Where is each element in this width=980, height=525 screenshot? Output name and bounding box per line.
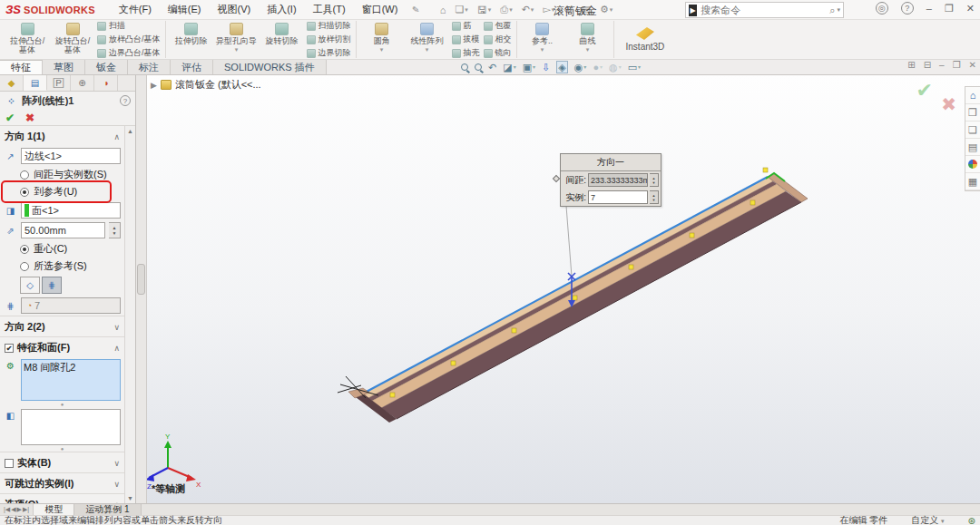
centroid-radio-icon[interactable] xyxy=(20,245,29,254)
up-to-reference-radio[interactable]: 到参考(U) xyxy=(0,183,124,200)
pattern-feature-item[interactable]: M8 间隙孔2 xyxy=(24,361,118,374)
undo-icon[interactable]: ↶▾ xyxy=(522,4,534,15)
units-selector[interactable]: 自定义 ▾ xyxy=(911,514,944,525)
features-faces-header[interactable]: 特征和面(F) ∧ xyxy=(0,336,124,357)
wrap-button[interactable]: 包覆 xyxy=(484,20,512,32)
spacing-reference-toggle[interactable]: ⋕ xyxy=(42,277,62,294)
features-faces-checkbox[interactable] xyxy=(5,344,14,353)
taskpane-properties-icon[interactable]: ▦ xyxy=(965,173,980,190)
curves-button[interactable]: 曲线 ▾ xyxy=(567,21,609,59)
pm-help-icon[interactable]: ? xyxy=(120,95,131,106)
scroll-down-icon[interactable]: ▼ xyxy=(127,495,133,501)
revolved-boss-button[interactable]: 旋转凸台/基体 xyxy=(52,21,93,59)
revolved-cut-button[interactable]: 旋转切除 xyxy=(261,21,303,59)
features-faces-collapse-icon[interactable]: ∧ xyxy=(113,344,120,353)
mirror-button[interactable]: 镜向 xyxy=(484,47,512,59)
tab-scroll-last-icon[interactable]: ▶| xyxy=(23,506,29,513)
tab-scroll-prev-icon[interactable]: ◀ xyxy=(11,506,15,513)
zoom-area-icon[interactable] xyxy=(475,63,482,71)
lofted-cut-button[interactable]: 放样切割 xyxy=(307,34,351,45)
isometric-cube-icon[interactable]: ◈ xyxy=(556,61,567,73)
menu-insert[interactable]: 插入(I) xyxy=(260,1,303,18)
taskpane-home-icon[interactable]: ⌂ xyxy=(965,87,980,104)
bodies-header[interactable]: 实体(B) ∨ xyxy=(0,452,124,472)
pane-split-left-icon[interactable]: ⊞ xyxy=(907,60,915,70)
hole-wizard-caret-icon[interactable]: ▾ xyxy=(235,45,239,54)
minimize-icon[interactable]: – xyxy=(926,3,932,14)
centroid-radio[interactable]: 重心(C) xyxy=(0,240,124,258)
section-view-icon[interactable]: ◪▾ xyxy=(503,62,515,73)
pm-cancel-button[interactable]: ✖ xyxy=(25,112,34,124)
pm-scrollbar[interactable]: ▲ ▼ xyxy=(124,126,135,503)
intersect-button[interactable]: 相交 xyxy=(484,34,512,45)
reference-caret-icon[interactable]: ▾ xyxy=(541,45,544,54)
linear-pattern-button[interactable]: 线性阵列 ▾ xyxy=(407,21,448,59)
callout-spacing-field[interactable]: 233.33333333mm xyxy=(588,173,648,187)
tab-markup[interactable]: 标注 xyxy=(128,60,171,74)
taskpane-models-icon[interactable]: ❒ xyxy=(965,104,980,122)
callout-instances-field[interactable]: 7 xyxy=(588,190,648,204)
menu-file[interactable]: 文件(F) xyxy=(112,1,159,18)
save-icon[interactable]: 🖫▾ xyxy=(477,5,492,15)
spacing-instances-radio-icon[interactable] xyxy=(20,170,29,180)
search-dropdown-icon[interactable]: ▾ xyxy=(837,6,840,14)
taskpane-appearances-icon[interactable] xyxy=(965,156,980,173)
pm-ok-button[interactable]: ✔ xyxy=(5,112,15,124)
help-icon[interactable]: ? xyxy=(901,2,914,15)
login-icon[interactable]: ◎ xyxy=(876,2,888,15)
close-icon[interactable]: ✕ xyxy=(966,3,975,15)
hide-show-items-icon[interactable]: ◉▾ xyxy=(574,62,587,73)
offset-spinner[interactable]: ▲▼ xyxy=(109,222,121,238)
feature-tree-flyout[interactable]: ▶ 滚筒钣金 (默认<<... xyxy=(151,78,261,92)
home-icon[interactable]: ⌂ xyxy=(440,5,446,15)
offset-distance-field[interactable]: 50.00mm xyxy=(21,222,105,238)
model-3d-beam[interactable]: Y X Z xyxy=(147,75,980,503)
callout-spacing-spinner[interactable]: ▲▼ xyxy=(650,173,659,187)
tab-sketch[interactable]: 草图 xyxy=(43,60,85,74)
menu-tools[interactable]: 工具(T) xyxy=(306,1,353,18)
seed-reference-toggle[interactable]: ◇ xyxy=(20,277,40,294)
lofted-boss-button[interactable]: 放样凸台/基体 xyxy=(97,34,161,45)
linear-pattern-caret-icon[interactable]: ▾ xyxy=(426,45,429,54)
rib-button[interactable]: 筋 xyxy=(452,20,480,32)
tab-sheet-metal[interactable]: 钣金 xyxy=(85,60,128,74)
taskpane-design-library-icon[interactable]: ❏ xyxy=(965,122,980,139)
search-input[interactable] xyxy=(701,5,829,15)
edit-appearance-icon[interactable]: ●▾ xyxy=(593,62,603,73)
options-gear-icon[interactable]: ⚙▾ xyxy=(600,4,612,15)
search-icon[interactable]: ⌕ xyxy=(829,5,835,16)
instant3d-button[interactable]: Instant3D xyxy=(619,24,672,55)
fillet-button[interactable]: 圆角 ▾ xyxy=(361,21,403,59)
direction1-edge-field[interactable]: 边线<1> xyxy=(21,148,121,164)
view-orientation-icon[interactable]: ⇩ xyxy=(542,62,550,73)
displaymanager-tab[interactable]: ◑ xyxy=(94,75,118,91)
selected-reference-radio-icon[interactable] xyxy=(20,262,29,271)
configuration-tab[interactable]: 🄿 xyxy=(47,75,71,91)
dimxpert-tab[interactable]: ⊕ xyxy=(71,75,94,91)
direction1-collapse-icon[interactable]: ∧ xyxy=(113,132,120,141)
selected-edge-highlight[interactable] xyxy=(363,177,768,394)
tab-evaluate[interactable]: 评估 xyxy=(171,60,213,74)
tree-root-node[interactable]: 滚筒钣金 (默认<<... xyxy=(175,78,261,92)
direction1-header[interactable]: 方向 1(1) ∧ xyxy=(0,126,124,146)
up-to-reference-radio-icon[interactable] xyxy=(20,188,29,197)
boundary-boss-button[interactable]: 边界凸台/基体 xyxy=(97,47,161,59)
fillet-caret-icon[interactable]: ▾ xyxy=(380,45,384,54)
previous-view-icon[interactable]: ↶ xyxy=(488,62,496,73)
instances-skip-header[interactable]: 可跳过的实例(I) ∨ xyxy=(0,472,124,493)
zoom-fit-icon[interactable] xyxy=(461,63,468,71)
doc-restore-icon[interactable]: ❐ xyxy=(953,60,961,70)
bodies-expand-icon[interactable]: ∨ xyxy=(113,459,120,468)
shell-button[interactable]: 抽壳 xyxy=(452,47,480,59)
print-icon[interactable]: ⎙▾ xyxy=(500,4,512,15)
tab-solidworks-addins[interactable]: SOLIDWORKS 插件 xyxy=(213,60,327,74)
direction2-expand-icon[interactable]: ∨ xyxy=(113,323,120,332)
tree-expand-icon[interactable]: ▶ xyxy=(151,81,157,90)
doc-close-icon[interactable]: ✕ xyxy=(969,60,976,70)
pane-split-right-icon[interactable]: ⊟ xyxy=(924,60,931,70)
tab-scroll-next-icon[interactable]: ▶ xyxy=(17,506,22,513)
options-header[interactable]: 选项(O) ∧ xyxy=(0,493,124,503)
swept-boss-button[interactable]: 扫描 xyxy=(97,20,161,32)
display-style-icon[interactable]: ▣▾ xyxy=(523,62,535,73)
panel-splitter[interactable] xyxy=(136,75,147,503)
